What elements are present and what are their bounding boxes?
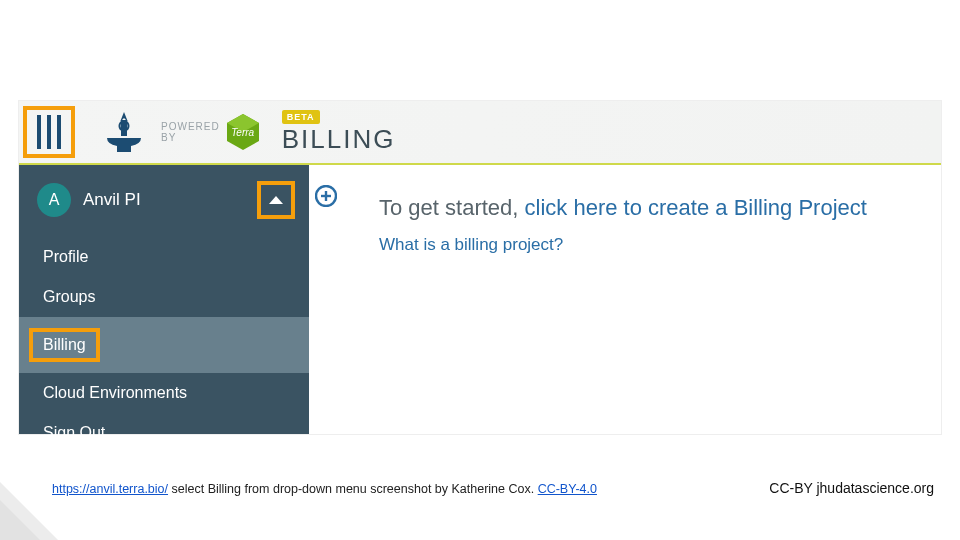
powered-by-block: POWERED BY Terra	[161, 113, 260, 151]
page-title: BILLING	[282, 124, 396, 155]
create-billing-project-link[interactable]: click here to create a Billing Project	[525, 195, 867, 220]
sidebar-item-label: Cloud Environments	[43, 384, 187, 401]
hamburger-bar-icon	[37, 115, 41, 149]
main-content: To get started, click here to create a B…	[379, 195, 921, 255]
hamburger-menu-button[interactable]	[23, 106, 75, 158]
source-url-link[interactable]: https://anvil.terra.bio/	[52, 482, 168, 496]
what-is-billing-project-link[interactable]: What is a billing project?	[379, 235, 921, 255]
body-area: A Anvil PI Profile Groups Billing Cloud …	[19, 165, 941, 434]
get-started-prefix: To get started,	[379, 195, 525, 220]
user-name: Anvil PI	[83, 190, 141, 210]
add-billing-project-button[interactable]	[315, 185, 337, 207]
attribution-text: CC-BY jhudatascience.org	[769, 480, 934, 496]
user-row: A Anvil PI	[19, 183, 309, 233]
chevron-up-icon	[269, 196, 283, 204]
terra-logo-icon: Terra	[226, 113, 260, 151]
hamburger-bar-icon	[47, 115, 51, 149]
get-started-text: To get started, click here to create a B…	[379, 195, 921, 221]
license-link[interactable]: CC-BY-4.0	[538, 482, 597, 496]
caption: https://anvil.terra.bio/ select Billing …	[52, 482, 597, 496]
sidebar-item-sign-out[interactable]: Sign Out	[19, 413, 309, 453]
sidebar-menu: Profile Groups Billing Cloud Environment…	[19, 237, 309, 453]
top-bar: POWERED BY Terra BETA BILLING	[19, 101, 941, 165]
sidebar-item-billing[interactable]: Billing	[19, 317, 309, 373]
collapse-menu-button[interactable]	[257, 181, 295, 219]
sidebar-item-profile[interactable]: Profile	[19, 237, 309, 277]
sidebar: A Anvil PI Profile Groups Billing Cloud …	[19, 165, 309, 434]
terra-logo-label: Terra	[231, 127, 254, 138]
sidebar-item-label: Sign Out	[43, 424, 105, 441]
sidebar-item-label: Billing	[43, 336, 86, 353]
slide-corner-decoration-icon	[0, 482, 58, 540]
beta-badge: BETA	[282, 110, 320, 124]
hamburger-bar-icon	[57, 115, 61, 149]
sidebar-item-label: Profile	[43, 248, 88, 265]
caption-text: select Billing from drop-down menu scree…	[168, 482, 538, 496]
svg-rect-0	[121, 120, 127, 136]
title-block: BETA BILLING	[282, 110, 396, 155]
sidebar-item-cloud-environments[interactable]: Cloud Environments	[19, 373, 309, 413]
avatar: A	[37, 183, 71, 217]
anvil-logo-icon	[101, 108, 147, 156]
billing-highlight-box: Billing	[29, 328, 100, 362]
sidebar-item-label: Groups	[43, 288, 95, 305]
app-screenshot: POWERED BY Terra BETA BILLING A Anvil PI	[18, 100, 942, 435]
sidebar-item-groups[interactable]: Groups	[19, 277, 309, 317]
powered-by-label: POWERED BY	[161, 121, 220, 143]
